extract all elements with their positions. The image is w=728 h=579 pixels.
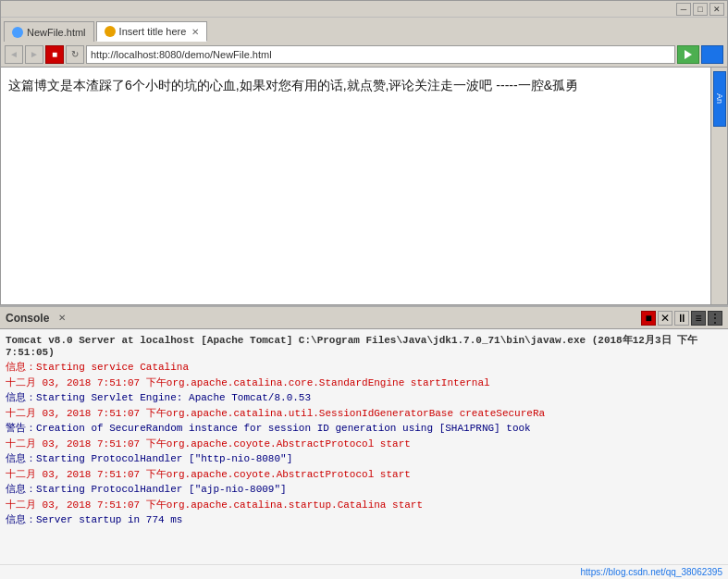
minimize-button[interactable]: ─: [676, 3, 691, 16]
browser-window: ─ □ ✕ NewFile.html Insert title here ✕ ◄…: [0, 0, 728, 579]
console-line-10: 信息：Server startup in 774 ms: [6, 512, 722, 528]
close-button[interactable]: ✕: [709, 3, 724, 16]
refresh-button[interactable]: ↻: [66, 45, 84, 64]
back-button[interactable]: ◄: [5, 45, 23, 64]
window-bar: ─ □ ✕: [1, 1, 727, 18]
tab-icon-newfile: [12, 27, 23, 38]
console-line-6: 信息：Starting ProtocolHandler ["http-nio-8…: [6, 451, 722, 467]
console-line-5: 十二月 03, 2018 7:51:07 下午org.apache.coyote…: [6, 437, 722, 452]
console-line-3: 十二月 03, 2018 7:51:07 下午org.apache.catali…: [6, 406, 722, 422]
tab-newfile[interactable]: NewFile.html: [4, 21, 94, 42]
extra-button[interactable]: [701, 45, 723, 64]
address-input[interactable]: [86, 45, 675, 64]
console-line-0: 信息：Starting service Catalina: [6, 360, 722, 376]
go-button[interactable]: [677, 45, 699, 64]
console-title: Console: [6, 312, 49, 325]
console-tool-pause[interactable]: ⏸: [674, 311, 689, 326]
console-footer: https://blog.csdn.net/qq_38062395: [0, 564, 728, 579]
tab-icon-inserttitle: [105, 26, 116, 37]
console-tool-extra[interactable]: ⋮: [708, 311, 722, 326]
stop-button[interactable]: ■: [45, 45, 64, 64]
page-text: 这篇博文是本渣踩了6个小时的坑的心血,如果对您有用的话,就点赞,评论关注走一波吧…: [8, 75, 703, 95]
console-line-8: 信息：Starting ProtocolHandler ["ajp-nio-80…: [6, 482, 722, 498]
console-stop-button[interactable]: ■: [641, 311, 656, 326]
address-bar-area: ◄ ► ■ ↻: [1, 42, 727, 68]
tab-inserttitle[interactable]: Insert title here ✕: [96, 21, 208, 42]
console-tool-settings[interactable]: ≡: [691, 311, 706, 326]
console-line-7: 十二月 03, 2018 7:51:07 下午org.apache.coyote…: [6, 467, 722, 483]
sidebar-right-button[interactable]: An: [713, 71, 726, 127]
browser-content: 这篇博文是本渣踩了6个小时的坑的心血,如果对您有用的话,就点赞,评论关注走一波吧…: [1, 68, 710, 304]
go-arrow-icon: [685, 50, 692, 59]
console-tab-close[interactable]: ✕: [58, 313, 66, 323]
console-footer-link[interactable]: https://blog.csdn.net/qq_38062395: [581, 567, 722, 577]
maximize-button[interactable]: □: [693, 3, 708, 16]
forward-button[interactable]: ►: [25, 45, 43, 64]
tab-bar: NewFile.html Insert title here ✕: [1, 18, 727, 42]
console-line-4: 警告：Creation of SecureRandom instance for…: [6, 421, 722, 437]
console-line-2: 信息：Starting Servlet Engine: Apache Tomca…: [6, 390, 722, 406]
console-panel: Console ✕ ■ ✕ ⏸ ≡ ⋮ Tomcat v8.0 Server a…: [0, 305, 728, 579]
console-header: Console ✕ ■ ✕ ⏸ ≡ ⋮: [0, 307, 728, 329]
console-tool-x[interactable]: ✕: [658, 311, 672, 326]
tab-label-inserttitle: Insert title here: [119, 26, 187, 37]
tab-label-newfile: NewFile.html: [27, 27, 86, 38]
console-content: Tomcat v8.0 Server at localhost [Apache …: [0, 329, 728, 564]
tab-close-inserttitle[interactable]: ✕: [191, 27, 199, 37]
console-line-1: 十二月 03, 2018 7:51:07 下午org.apache.catali…: [6, 376, 722, 391]
browser-chrome: ─ □ ✕ NewFile.html Insert title here ✕ ◄…: [0, 0, 728, 305]
console-toolbar: ■ ✕ ⏸ ≡ ⋮: [641, 311, 722, 326]
console-server-line: Tomcat v8.0 Server at localhost [Apache …: [6, 333, 722, 358]
console-line-9: 十二月 03, 2018 7:51:07 下午org.apache.catali…: [6, 498, 722, 513]
